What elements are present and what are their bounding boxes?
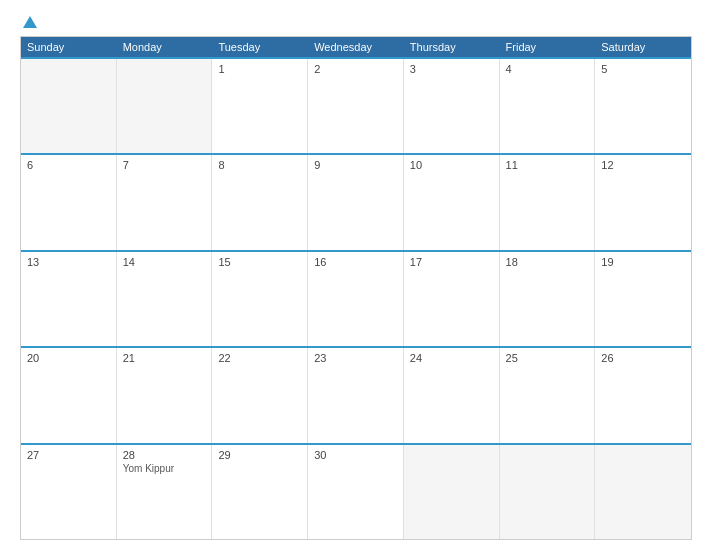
day-cell: 12 bbox=[595, 155, 691, 249]
weeks-container: 1234567891011121314151617181920212223242… bbox=[21, 57, 691, 539]
day-cell: 19 bbox=[595, 252, 691, 346]
day-number: 28 bbox=[123, 449, 206, 461]
day-cell: 28Yom Kippur bbox=[117, 445, 213, 539]
week-row-1: 12345 bbox=[21, 57, 691, 153]
day-number: 10 bbox=[410, 159, 493, 171]
day-cell: 4 bbox=[500, 59, 596, 153]
day-number: 19 bbox=[601, 256, 685, 268]
week-row-4: 20212223242526 bbox=[21, 346, 691, 442]
day-header-monday: Monday bbox=[117, 37, 213, 57]
day-number: 12 bbox=[601, 159, 685, 171]
day-cell: 3 bbox=[404, 59, 500, 153]
day-number: 21 bbox=[123, 352, 206, 364]
day-header-friday: Friday bbox=[500, 37, 596, 57]
day-number: 23 bbox=[314, 352, 397, 364]
day-number: 5 bbox=[601, 63, 685, 75]
day-number: 2 bbox=[314, 63, 397, 75]
day-cell: 18 bbox=[500, 252, 596, 346]
day-cell: 7 bbox=[117, 155, 213, 249]
day-cell: 9 bbox=[308, 155, 404, 249]
day-cell bbox=[500, 445, 596, 539]
calendar-grid: SundayMondayTuesdayWednesdayThursdayFrid… bbox=[20, 36, 692, 540]
day-number: 26 bbox=[601, 352, 685, 364]
day-cell: 26 bbox=[595, 348, 691, 442]
day-cell: 14 bbox=[117, 252, 213, 346]
day-number: 24 bbox=[410, 352, 493, 364]
day-cell: 24 bbox=[404, 348, 500, 442]
day-header-wednesday: Wednesday bbox=[308, 37, 404, 57]
day-header-sunday: Sunday bbox=[21, 37, 117, 57]
day-cell: 27 bbox=[21, 445, 117, 539]
day-number: 1 bbox=[218, 63, 301, 75]
logo bbox=[20, 16, 37, 28]
day-cell: 6 bbox=[21, 155, 117, 249]
day-cell: 8 bbox=[212, 155, 308, 249]
day-cell: 13 bbox=[21, 252, 117, 346]
week-row-2: 6789101112 bbox=[21, 153, 691, 249]
day-cell bbox=[404, 445, 500, 539]
day-cell: 30 bbox=[308, 445, 404, 539]
header bbox=[20, 16, 692, 28]
day-cell: 17 bbox=[404, 252, 500, 346]
day-cell: 25 bbox=[500, 348, 596, 442]
day-number: 22 bbox=[218, 352, 301, 364]
day-number: 15 bbox=[218, 256, 301, 268]
day-cell bbox=[21, 59, 117, 153]
day-header-saturday: Saturday bbox=[595, 37, 691, 57]
day-number: 4 bbox=[506, 63, 589, 75]
day-number: 20 bbox=[27, 352, 110, 364]
day-number: 9 bbox=[314, 159, 397, 171]
day-number: 18 bbox=[506, 256, 589, 268]
day-headers-row: SundayMondayTuesdayWednesdayThursdayFrid… bbox=[21, 37, 691, 57]
day-cell: 21 bbox=[117, 348, 213, 442]
week-row-5: 2728Yom Kippur2930 bbox=[21, 443, 691, 539]
day-number: 8 bbox=[218, 159, 301, 171]
day-cell: 23 bbox=[308, 348, 404, 442]
calendar-page: SundayMondayTuesdayWednesdayThursdayFrid… bbox=[0, 0, 712, 550]
day-number: 29 bbox=[218, 449, 301, 461]
day-number: 25 bbox=[506, 352, 589, 364]
event-label: Yom Kippur bbox=[123, 463, 206, 474]
day-number: 3 bbox=[410, 63, 493, 75]
day-number: 30 bbox=[314, 449, 397, 461]
day-cell: 29 bbox=[212, 445, 308, 539]
day-cell: 10 bbox=[404, 155, 500, 249]
logo-triangle-icon bbox=[23, 16, 37, 28]
day-cell: 5 bbox=[595, 59, 691, 153]
day-number: 11 bbox=[506, 159, 589, 171]
day-cell: 16 bbox=[308, 252, 404, 346]
day-number: 13 bbox=[27, 256, 110, 268]
day-number: 6 bbox=[27, 159, 110, 171]
day-cell: 15 bbox=[212, 252, 308, 346]
day-number: 16 bbox=[314, 256, 397, 268]
day-number: 27 bbox=[27, 449, 110, 461]
day-cell: 2 bbox=[308, 59, 404, 153]
day-number: 17 bbox=[410, 256, 493, 268]
day-cell bbox=[595, 445, 691, 539]
day-cell: 11 bbox=[500, 155, 596, 249]
day-header-tuesday: Tuesday bbox=[212, 37, 308, 57]
day-cell: 20 bbox=[21, 348, 117, 442]
week-row-3: 13141516171819 bbox=[21, 250, 691, 346]
day-cell: 1 bbox=[212, 59, 308, 153]
day-header-thursday: Thursday bbox=[404, 37, 500, 57]
day-cell bbox=[117, 59, 213, 153]
day-cell: 22 bbox=[212, 348, 308, 442]
day-number: 14 bbox=[123, 256, 206, 268]
day-number: 7 bbox=[123, 159, 206, 171]
